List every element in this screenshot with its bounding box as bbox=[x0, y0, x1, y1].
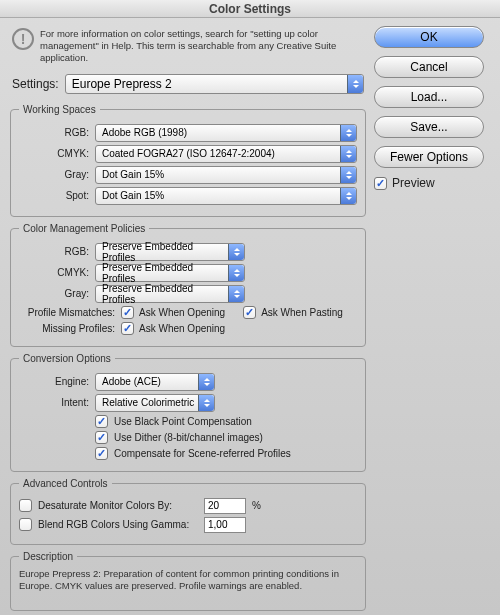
chevron-updown-icon bbox=[198, 374, 214, 390]
chevron-updown-icon bbox=[347, 75, 363, 93]
ws-cmyk-value: Coated FOGRA27 (ISO 12647-2:2004) bbox=[102, 148, 275, 159]
save-button[interactable]: Save... bbox=[374, 116, 484, 138]
ws-spot-label: Spot: bbox=[19, 190, 89, 201]
blackpoint-checkbox[interactable] bbox=[95, 415, 108, 428]
preview-checkbox[interactable] bbox=[374, 177, 387, 190]
chevron-updown-icon bbox=[340, 125, 356, 141]
pol-gray-dropdown[interactable]: Preserve Embedded Profiles bbox=[95, 285, 245, 303]
pol-rgb-dropdown[interactable]: Preserve Embedded Profiles bbox=[95, 243, 245, 261]
engine-label: Engine: bbox=[19, 376, 89, 387]
scene-checkbox[interactable] bbox=[95, 447, 108, 460]
pol-cmyk-label: CMYK: bbox=[19, 267, 89, 278]
pol-gray-value: Preserve Embedded Profiles bbox=[102, 283, 226, 305]
desat-pct: % bbox=[252, 500, 261, 511]
chevron-updown-icon bbox=[228, 286, 244, 302]
ws-rgb-value: Adobe RGB (1998) bbox=[102, 127, 187, 138]
ws-cmyk-label: CMYK: bbox=[19, 148, 89, 159]
info-text: For more information on color settings, … bbox=[40, 28, 364, 64]
desat-checkbox[interactable] bbox=[19, 499, 32, 512]
ws-cmyk-dropdown[interactable]: Coated FOGRA27 (ISO 12647-2:2004) bbox=[95, 145, 357, 163]
settings-value: Europe Prepress 2 bbox=[72, 77, 172, 91]
pol-cmyk-dropdown[interactable]: Preserve Embedded Profiles bbox=[95, 264, 245, 282]
description-group: Description Europe Prepress 2: Preparati… bbox=[10, 551, 366, 611]
chevron-updown-icon bbox=[340, 188, 356, 204]
desat-input[interactable] bbox=[204, 498, 246, 514]
conversion-group: Conversion Options Engine: Adobe (ACE) I… bbox=[10, 353, 366, 472]
blend-label: Blend RGB Colors Using Gamma: bbox=[38, 519, 198, 530]
preview-label: Preview bbox=[392, 176, 435, 190]
blackpoint-label: Use Black Point Compensation bbox=[114, 416, 252, 427]
working-spaces-legend: Working Spaces bbox=[19, 104, 100, 115]
description-text: Europe Prepress 2: Preparation of conten… bbox=[19, 568, 357, 602]
settings-label: Settings: bbox=[12, 77, 59, 91]
ok-button[interactable]: OK bbox=[374, 26, 484, 48]
working-spaces-group: Working Spaces RGB: Adobe RGB (1998) CMY… bbox=[10, 104, 366, 217]
ws-spot-value: Dot Gain 15% bbox=[102, 190, 164, 201]
advanced-group: Advanced Controls Desaturate Monitor Col… bbox=[10, 478, 366, 545]
dither-checkbox[interactable] bbox=[95, 431, 108, 444]
mismatch-paste-label: Ask When Pasting bbox=[261, 307, 343, 318]
pol-rgb-value: Preserve Embedded Profiles bbox=[102, 241, 226, 263]
load-button[interactable]: Load... bbox=[374, 86, 484, 108]
ws-gray-label: Gray: bbox=[19, 169, 89, 180]
chevron-updown-icon bbox=[198, 395, 214, 411]
pol-cmyk-value: Preserve Embedded Profiles bbox=[102, 262, 226, 284]
blend-input[interactable] bbox=[204, 517, 246, 533]
pol-rgb-label: RGB: bbox=[19, 246, 89, 257]
ws-gray-dropdown[interactable]: Dot Gain 15% bbox=[95, 166, 357, 184]
dither-label: Use Dither (8-bit/channel images) bbox=[114, 432, 263, 443]
missing-label: Missing Profiles: bbox=[19, 323, 115, 334]
settings-dropdown[interactable]: Europe Prepress 2 bbox=[65, 74, 364, 94]
chevron-updown-icon bbox=[340, 167, 356, 183]
policies-group: Color Management Policies RGB: Preserve … bbox=[10, 223, 366, 347]
scene-label: Compensate for Scene-referred Profiles bbox=[114, 448, 291, 459]
cancel-button[interactable]: Cancel bbox=[374, 56, 484, 78]
description-legend: Description bbox=[19, 551, 77, 562]
chevron-updown-icon bbox=[228, 265, 244, 281]
intent-dropdown[interactable]: Relative Colorimetric bbox=[95, 394, 215, 412]
chevron-updown-icon bbox=[228, 244, 244, 260]
intent-label: Intent: bbox=[19, 397, 89, 408]
pol-gray-label: Gray: bbox=[19, 288, 89, 299]
chevron-updown-icon bbox=[340, 146, 356, 162]
missing-open-checkbox[interactable] bbox=[121, 322, 134, 335]
missing-open-label: Ask When Opening bbox=[139, 323, 225, 334]
conversion-legend: Conversion Options bbox=[19, 353, 115, 364]
mismatch-open-label: Ask When Opening bbox=[139, 307, 225, 318]
mismatch-open-checkbox[interactable] bbox=[121, 306, 134, 319]
mismatch-paste-checkbox[interactable] bbox=[243, 306, 256, 319]
ws-rgb-dropdown[interactable]: Adobe RGB (1998) bbox=[95, 124, 357, 142]
intent-value: Relative Colorimetric bbox=[102, 397, 194, 408]
desat-label: Desaturate Monitor Colors By: bbox=[38, 500, 198, 511]
engine-dropdown[interactable]: Adobe (ACE) bbox=[95, 373, 215, 391]
ws-spot-dropdown[interactable]: Dot Gain 15% bbox=[95, 187, 357, 205]
dialog-title: Color Settings bbox=[0, 0, 500, 18]
fewer-options-button[interactable]: Fewer Options bbox=[374, 146, 484, 168]
blend-checkbox[interactable] bbox=[19, 518, 32, 531]
mismatch-label: Profile Mismatches: bbox=[19, 307, 115, 318]
engine-value: Adobe (ACE) bbox=[102, 376, 161, 387]
advanced-legend: Advanced Controls bbox=[19, 478, 112, 489]
policies-legend: Color Management Policies bbox=[19, 223, 149, 234]
info-icon: ! bbox=[12, 28, 34, 50]
ws-rgb-label: RGB: bbox=[19, 127, 89, 138]
ws-gray-value: Dot Gain 15% bbox=[102, 169, 164, 180]
